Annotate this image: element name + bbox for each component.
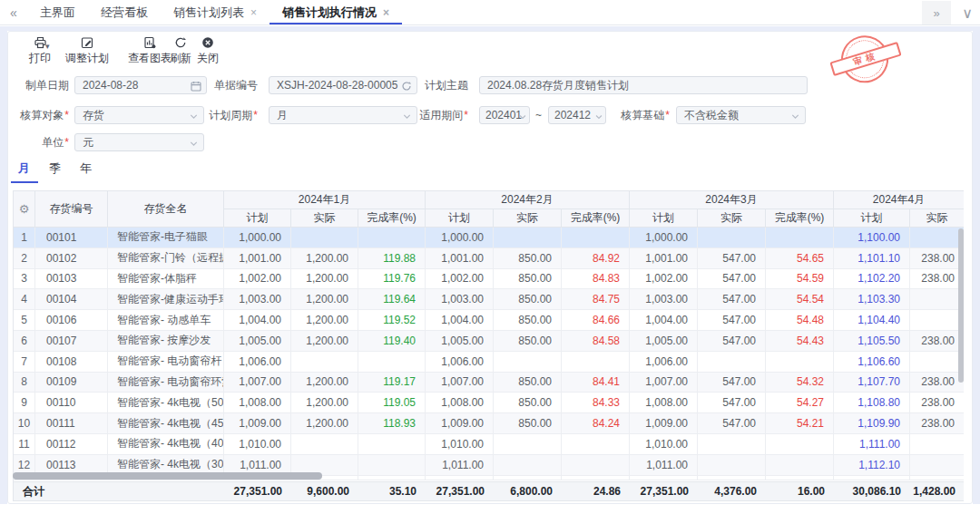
cell-empty <box>562 476 630 481</box>
cell-plan: 1,009.00 <box>426 413 494 434</box>
cell-plan: 1,101.10 <box>834 248 910 269</box>
object-select[interactable]: 存货 <box>74 106 204 124</box>
period-to-select[interactable]: 202412 <box>548 106 606 124</box>
cell-actual: 1,200.00 <box>291 310 358 331</box>
cell-actual: 850.00 <box>494 393 562 413</box>
basis-label: 核算基础* <box>619 106 670 124</box>
total-value: 27,351.00 <box>224 482 291 500</box>
cell-completion-rate <box>562 228 630 248</box>
cell-inventory-name: 智能管家- 动感单车 <box>108 310 224 331</box>
cell-inventory-name: 智能管家- 4k电视（45寸） <box>108 413 224 434</box>
cell-inventory-code: 00107 <box>35 331 108 352</box>
cell-actual <box>910 289 964 310</box>
gear-icon[interactable]: ⚙ <box>19 202 30 216</box>
refresh-icon[interactable] <box>401 80 412 94</box>
tab-label: 经营看板 <box>101 5 148 21</box>
cell-actual: 238.00 <box>910 248 964 269</box>
table-row[interactable]: 1100112智能管家- 4k电视（40寸）1,010.001,010.001,… <box>14 434 964 455</box>
close-tab-icon[interactable]: × <box>383 7 389 18</box>
month-label: 2024年2月 <box>426 191 630 209</box>
name-column-header: 存货全名 <box>108 191 224 228</box>
cell-actual <box>494 455 562 476</box>
subcolumn-header: 计划 <box>834 209 910 228</box>
close-button[interactable]: 关闭 <box>192 36 223 63</box>
month-group-header: 2024年4月计划实际 <box>834 191 964 228</box>
cell-plan: 1,100.00 <box>834 228 910 248</box>
month-group-header: 2024年3月计划实际完成率(%) <box>630 191 834 228</box>
tab-quarter[interactable]: 季 <box>49 160 61 180</box>
cell-actual: 850.00 <box>494 289 562 310</box>
row-index: 9 <box>14 393 35 413</box>
subject-input[interactable]: 2024.08.28存货月度销售计划 <box>479 76 808 94</box>
table-row[interactable]: 800109智能管家- 电动窗帘环索1,007.001,200.00119.17… <box>14 373 964 393</box>
cell-empty <box>426 476 494 481</box>
doc-no-input[interactable]: XSJH-2024-08-28-00005 <box>269 76 417 94</box>
cell-plan: 1,009.00 <box>224 413 291 434</box>
cell-completion-rate: 54.32 <box>766 373 834 393</box>
cell-plan: 1,005.00 <box>630 331 698 352</box>
table-row[interactable]: 500106智能管家- 动感单车1,004.001,200.00119.521,… <box>14 310 964 331</box>
tab-dashboard[interactable]: 经营看板 <box>88 0 161 24</box>
cell-actual <box>494 352 562 373</box>
table-row[interactable]: 300103智能管家-体脂秤1,002.001,200.00119.761,00… <box>14 269 964 290</box>
table-row[interactable]: 1000111智能管家- 4k电视（45寸）1,009.001,200.0011… <box>14 413 964 434</box>
cycle-select[interactable]: 月 <box>269 106 417 124</box>
collapse-tabs-icon[interactable]: « <box>0 0 27 24</box>
cell-plan: 1,007.00 <box>426 373 494 393</box>
made-date-input[interactable]: 2024-08-28 <box>74 76 207 94</box>
app-window: « 主界面 经营看板 销售计划列表 × 销售计划执行情况 × » ∨ 打印 ▾ <box>0 0 980 514</box>
table-row[interactable]: 900110智能管家- 4k电视（50寸）1,008.001,200.00119… <box>14 393 964 413</box>
subcolumn-header: 计划 <box>224 209 291 228</box>
cell-completion-rate: 54.21 <box>766 413 834 434</box>
cell-actual: 1,200.00 <box>291 373 358 393</box>
horizontal-scrollbar[interactable] <box>13 472 322 480</box>
tabs-menu-icon[interactable]: ∨ <box>958 5 976 22</box>
total-value: 27,351.00 <box>630 482 698 500</box>
print-button[interactable]: 打印 <box>15 36 65 63</box>
cell-plan: 1,111.00 <box>834 434 910 455</box>
cell-actual: 547.00 <box>698 269 766 290</box>
table-row[interactable]: 700108智能管家- 电动窗帘杆1,006.001,006.001,006.0… <box>14 352 964 373</box>
cell-actual: 1,200.00 <box>291 413 358 434</box>
cell-plan: 1,005.00 <box>224 331 291 352</box>
row-index: 1 <box>14 228 35 248</box>
close-tab-icon[interactable]: × <box>250 7 257 18</box>
cell-actual: 850.00 <box>494 373 562 393</box>
month-group-header: 2024年1月计划实际完成率(%) <box>224 191 426 228</box>
table-body: 100101智能管家-电子猫眼1,000.001,000.001,000.001… <box>14 228 964 480</box>
cell-actual: 1,200.00 <box>291 289 358 310</box>
table-row[interactable]: 600107智能管家- 按摩沙发1,005.001,200.00119.401,… <box>14 331 964 352</box>
chevron-down-icon <box>790 110 800 124</box>
refresh-button[interactable]: 刷新 <box>165 36 196 63</box>
cell-actual: 1,200.00 <box>291 269 358 290</box>
tab-year[interactable]: 年 <box>80 160 92 180</box>
table-row[interactable]: 200102智能管家-门铃（远程提示）1,001.001,200.00119.8… <box>14 248 964 269</box>
cell-empty <box>766 476 834 481</box>
tab-month[interactable]: 月 <box>18 160 30 180</box>
table-total-row: 合计27,351.009,600.0035.1027,351.006,800.0… <box>14 481 964 501</box>
subcolumn-header: 实际 <box>910 209 964 228</box>
cell-plan: 1,107.70 <box>834 373 910 393</box>
tabs-overflow-icon[interactable]: » <box>922 1 951 24</box>
tab-sales-plan-execution[interactable]: 销售计划执行情况 × <box>270 0 402 24</box>
cycle-label: 计划周期* <box>207 106 258 124</box>
calendar-icon[interactable] <box>191 80 201 94</box>
cell-completion-rate: 84.24 <box>562 413 630 434</box>
frame-strip <box>973 26 980 504</box>
cell-empty <box>698 476 766 481</box>
unit-select[interactable]: 元 <box>74 133 204 151</box>
table-row[interactable]: 400104智能管家-健康运动手环1,003.001,200.00119.641… <box>14 289 964 310</box>
period-from-select[interactable]: 202401 <box>479 106 530 124</box>
basis-select[interactable]: 不含税金额 <box>676 106 806 124</box>
month-label: 2024年3月 <box>630 191 834 209</box>
tab-sales-plan-list[interactable]: 销售计划列表 × <box>161 0 270 24</box>
cell-completion-rate <box>562 455 630 476</box>
row-index: 8 <box>14 373 35 393</box>
cell-plan: 1,011.00 <box>630 455 698 476</box>
cell-plan: 1,002.00 <box>630 269 698 290</box>
adjust-plan-button[interactable]: 调整计划 <box>62 36 113 63</box>
print-dropdown-icon[interactable]: ▾ <box>45 42 50 51</box>
vertical-scrollbar[interactable] <box>958 228 964 383</box>
tab-main[interactable]: 主界面 <box>27 0 88 24</box>
table-row[interactable]: 100101智能管家-电子猫眼1,000.001,000.001,000.001… <box>14 228 964 248</box>
